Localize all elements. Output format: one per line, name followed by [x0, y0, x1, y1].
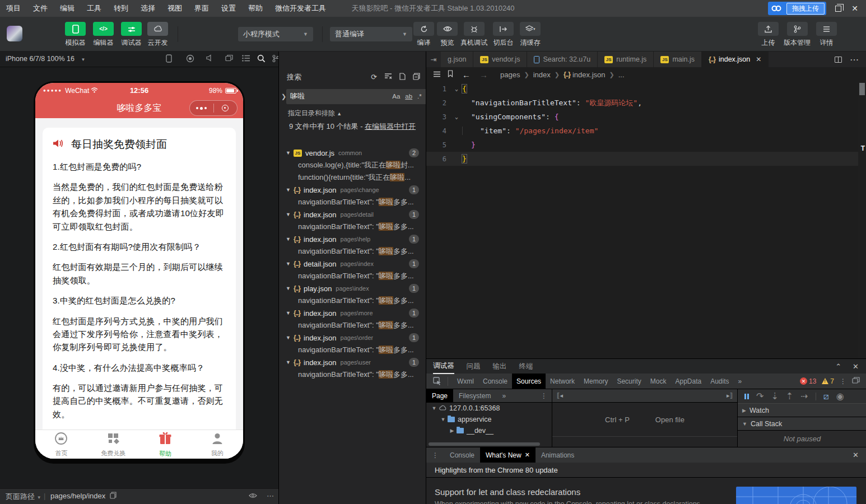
devtools-tab-mock[interactable]: Mock [646, 374, 671, 389]
restore-window-button[interactable] [835, 6, 841, 12]
tree-horizontal-scrollbar[interactable] [429, 442, 550, 446]
tab-output[interactable]: 输出 [493, 360, 507, 374]
tab-runtime-js[interactable]: JSruntime.js [598, 52, 654, 67]
switch-background-button[interactable]: 切后台 [493, 22, 514, 48]
result-group[interactable]: ▼{..} index.jsonpages\more 1 [279, 307, 426, 319]
outline-icon[interactable] [433, 71, 441, 79]
project-avatar[interactable] [7, 26, 22, 41]
sound-icon[interactable] [206, 54, 214, 63]
watch-section-header[interactable]: ▶Watch [738, 404, 866, 417]
error-count-badge[interactable]: ✕13 [800, 377, 816, 385]
result-group-vendor[interactable]: ▼JS vendor.jscommon 2 [279, 147, 426, 159]
search-input[interactable] [290, 92, 389, 101]
upload-button[interactable]: 上传 [758, 22, 779, 48]
more-options-icon[interactable]: ⋯ [267, 492, 274, 500]
menu-help[interactable]: 帮助 [242, 3, 269, 13]
details-button[interactable]: 详情 [816, 22, 837, 48]
menu-file[interactable]: 文件 [27, 3, 54, 13]
result-group[interactable]: ▼{..} index.jsonpages\change 1 [279, 184, 426, 196]
record-icon[interactable] [186, 54, 194, 64]
page-path-select[interactable]: 页面路径 ▼ [6, 492, 41, 502]
tab-index-json[interactable]: {..}index.json✕ [702, 52, 769, 67]
devtools-tab-wxml[interactable]: Wxml [453, 374, 478, 389]
search-match[interactable]: navigationBarTitleText": "哆啦多多... [279, 319, 426, 332]
breadcrumb-file[interactable]: index.json [572, 71, 606, 79]
version-control-button[interactable]: 版本管理 [784, 22, 811, 48]
step-out-icon[interactable]: ⇡ [786, 391, 793, 402]
split-editor-icon[interactable] [835, 57, 842, 63]
tab-free-exchange[interactable]: 免费兑换 [87, 430, 139, 459]
clear-results-icon[interactable] [384, 73, 392, 82]
tree-node-dev[interactable]: ▶ __dev__ [426, 425, 552, 436]
more-tabs-icon[interactable]: » [734, 374, 747, 389]
more-dots-icon[interactable] [190, 107, 213, 110]
menu-goto[interactable]: 转到 [108, 3, 134, 13]
result-group[interactable]: ▼{..} index.jsonpages\order 1 [279, 332, 426, 344]
step-into-icon[interactable]: ⇣ [771, 391, 778, 402]
result-group[interactable]: ▼{..} play.jsonpages\index 1 [279, 282, 426, 295]
drawer-tab-animations[interactable]: Animations [536, 447, 580, 463]
sources-tab-filesystem[interactable]: Filesystem [453, 389, 496, 402]
clear-cache-button[interactable]: ▾ 清缓存 [520, 22, 541, 48]
panel-divider[interactable] [278, 52, 279, 504]
tab-problems[interactable]: 问题 [467, 360, 481, 374]
article-thumbnail[interactable] [736, 487, 856, 504]
close-drawer-icon[interactable]: ✕ [853, 451, 866, 459]
search-match[interactable]: console.log(e),{title:"我正在哆啦封... [279, 159, 426, 171]
devtools-tab-security[interactable]: Security [612, 374, 645, 389]
refresh-search-icon[interactable]: ⟳ [371, 73, 377, 82]
drag-upload-button[interactable]: 拖拽上传 [768, 2, 826, 15]
devtools-tab-appdata[interactable]: AppData [671, 374, 706, 389]
search-view-icon[interactable] [257, 54, 266, 64]
real-device-debug-button[interactable]: 真机调试 [460, 22, 487, 48]
open-file-label[interactable]: Open file [655, 416, 685, 424]
search-match[interactable]: navigationBarTitleText": "哆啦多多... [279, 344, 426, 356]
multi-window-icon[interactable] [225, 54, 233, 63]
whole-word-button[interactable]: ab [403, 92, 414, 100]
devtools-tab-console[interactable]: Console [478, 374, 512, 389]
menu-tools[interactable]: 工具 [81, 3, 108, 13]
more-sources-tabs-icon[interactable]: » [496, 389, 511, 402]
result-group[interactable]: ▼{..} index.jsonpages\user 1 [279, 356, 426, 368]
tab-profile[interactable]: 我的 [191, 430, 243, 459]
panel-divider[interactable] [426, 52, 426, 504]
compile-mode-select[interactable]: 普通编译▼ [330, 27, 412, 41]
menu-view[interactable]: 视图 [161, 3, 188, 13]
rotate-device-icon[interactable] [166, 54, 172, 64]
simulator-toggle-button[interactable]: 模拟器 [65, 22, 86, 48]
close-window-button[interactable]: ✕ [850, 4, 859, 13]
result-group[interactable]: ▼{..} index.jsonpages\detail 1 [279, 208, 426, 221]
collapse-all-icon[interactable] [413, 73, 420, 82]
breadcrumb-symbol[interactable]: ... [618, 71, 625, 79]
search-match[interactable]: navigationBarTitleText": "哆啦多多... [279, 368, 426, 381]
collapse-panel-icon[interactable]: ⌃ [835, 362, 841, 371]
search-match[interactable]: navigationBarTitleText": "哆啦多多... [279, 270, 426, 282]
expand-replace-icon[interactable]: ❯ [281, 93, 286, 100]
drawer-tab-whats-new[interactable]: What's New✕ [480, 447, 536, 463]
open-search-editor-icon[interactable] [399, 73, 406, 82]
tree-menu-icon[interactable]: ⋮ [541, 392, 552, 400]
search-match[interactable]: navigationBarTitleText": "哆啦多多... [279, 196, 426, 208]
search-match[interactable]: navigationBarTitleText": "哆啦多多... [279, 221, 426, 233]
devtools-tab-memory[interactable]: Memory [579, 374, 612, 389]
tree-node-host[interactable]: ▼ 127.0.0.1:65368 [426, 403, 552, 414]
sources-tab-page[interactable]: Page [426, 389, 453, 402]
exit-circle-icon[interactable] [214, 105, 238, 111]
fold-icon[interactable]: ⌄ [451, 86, 462, 92]
menu-select[interactable]: 选择 [134, 3, 161, 13]
call-stack-section-header[interactable]: ▼Call Stack [738, 417, 866, 431]
tab-vendor-js[interactable]: JSvendor.js [473, 52, 527, 67]
tab-terminal[interactable]: 终端 [519, 360, 533, 374]
pin-tab-icon[interactable]: ⇥ [426, 52, 441, 67]
menu-project[interactable]: 项目 [0, 3, 27, 13]
devtools-tab-sources[interactable]: Sources [512, 374, 546, 389]
result-group[interactable]: ▼{..} detail.jsonpages\index 1 [279, 258, 426, 270]
mode-select[interactable]: 小程序模式▼ [238, 27, 313, 41]
breadcrumb-index[interactable]: index [533, 71, 551, 79]
tab-main-js[interactable]: JSmain.js [654, 52, 702, 67]
device-select[interactable]: iPhone 6/7/8 100% 16 ▼ [6, 55, 85, 63]
debugger-toggle-button[interactable]: 调试器 [121, 22, 142, 48]
search-dir-toggle[interactable]: 指定目录和排除 ▲ [288, 109, 342, 118]
compile-button[interactable]: 编译 [413, 22, 434, 48]
search-match[interactable]: function(){return{title:"我正在哆啦... [279, 171, 426, 184]
